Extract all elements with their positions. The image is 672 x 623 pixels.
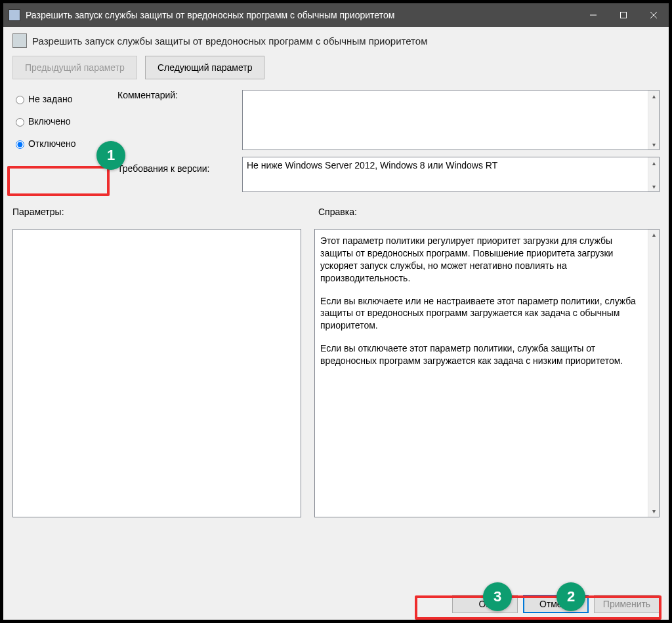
- titlebar: Разрешить запуск службы защиты от вредон…: [3, 3, 669, 27]
- radio-enabled-label: Включено: [28, 116, 71, 127]
- section-headings: Параметры: Справка:: [12, 207, 660, 217]
- supported-scrollbar[interactable]: ▴ ▾: [648, 157, 659, 191]
- radio-not-configured-input[interactable]: [16, 96, 24, 104]
- policy-header: Разрешить запуск службы защиты от вредон…: [12, 33, 660, 48]
- radio-column: Не задано Включено Отключено: [12, 90, 117, 157]
- mid-labels: Комментарий: Требования к версии:: [117, 90, 242, 182]
- window-button-group: [578, 3, 669, 27]
- radio-enabled[interactable]: Включено: [12, 112, 117, 131]
- apply-button[interactable]: Применить: [594, 595, 660, 613]
- help-paragraph: Этот параметр политики регулирует приори…: [320, 235, 644, 285]
- radio-disabled-input[interactable]: [16, 140, 24, 149]
- radio-enabled-input[interactable]: [16, 118, 24, 127]
- help-paragraph: Если вы включаете или не настраиваете эт…: [320, 295, 644, 332]
- options-heading: Параметры:: [12, 207, 308, 217]
- scroll-down-icon[interactable]: ▾: [648, 506, 659, 517]
- supported-textbox: Не ниже Windows Server 2012, Windows 8 и…: [242, 157, 660, 192]
- comment-textbox[interactable]: ▴ ▾: [242, 90, 660, 150]
- next-setting-button[interactable]: Следующий параметр: [145, 56, 265, 79]
- maximize-button[interactable]: [608, 3, 639, 27]
- policy-icon: [12, 33, 27, 48]
- help-scrollbar[interactable]: ▴ ▾: [648, 230, 659, 517]
- ok-button[interactable]: ОК: [452, 595, 518, 613]
- scroll-up-icon[interactable]: ▴: [648, 90, 659, 101]
- comment-scrollbar[interactable]: ▴ ▾: [648, 90, 659, 150]
- scroll-down-icon[interactable]: ▾: [648, 181, 659, 191]
- panels-row: Этот параметр политики регулирует приори…: [12, 229, 660, 517]
- cancel-button[interactable]: Отмена: [523, 595, 589, 613]
- radio-disabled[interactable]: Отключено: [12, 134, 117, 153]
- client-area: Разрешить запуск службы защиты от вредон…: [3, 27, 669, 620]
- minimize-button[interactable]: [578, 3, 608, 27]
- scroll-down-icon[interactable]: ▾: [648, 139, 659, 150]
- scroll-up-icon[interactable]: ▴: [648, 230, 659, 240]
- help-heading: Справка:: [308, 207, 660, 217]
- supported-label: Требования к версии:: [117, 163, 242, 182]
- radio-not-configured[interactable]: Не задано: [12, 90, 117, 108]
- nav-buttons: Предыдущий параметр Следующий параметр: [12, 56, 660, 79]
- previous-setting-button[interactable]: Предыдущий параметр: [12, 56, 137, 79]
- close-button[interactable]: [639, 3, 669, 27]
- comment-label: Комментарий:: [117, 90, 242, 108]
- help-paragraph: Если вы отключаете этот параметр политик…: [320, 342, 644, 367]
- options-row: Не задано Включено Отключено Комментарий…: [12, 90, 660, 192]
- app-icon: [9, 9, 20, 21]
- policy-title: Разрешить запуск службы защиты от вредон…: [32, 35, 427, 47]
- radio-disabled-label: Отключено: [28, 138, 76, 149]
- comment-column: ▴ ▾ Не ниже Windows Server 2012, Windows…: [242, 90, 660, 192]
- svg-rect-1: [621, 12, 627, 18]
- scroll-up-icon[interactable]: ▴: [648, 157, 659, 168]
- footer-buttons: ОК Отмена Применить: [452, 595, 660, 613]
- window-title: Разрешить запуск службы защиты от вредон…: [26, 10, 578, 20]
- help-panel: Этот параметр политики регулирует приори…: [314, 229, 660, 517]
- options-panel: [12, 229, 301, 517]
- supported-text: Не ниже Windows Server 2012, Windows 8 и…: [247, 160, 497, 171]
- radio-not-configured-label: Не задано: [28, 94, 72, 104]
